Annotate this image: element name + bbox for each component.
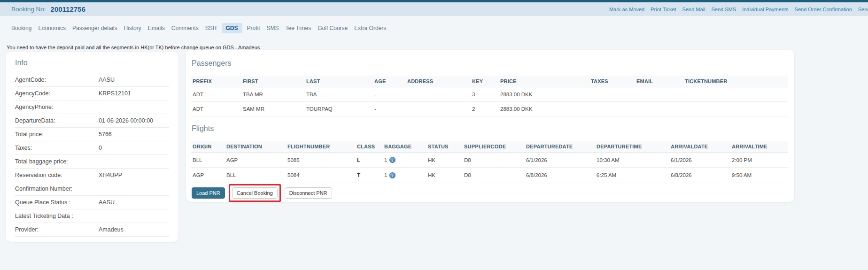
column-header-age: AGE bbox=[372, 76, 405, 87]
cell-class: T bbox=[355, 168, 382, 183]
baggage-info-icon[interactable]: i bbox=[389, 172, 395, 178]
tab-economics[interactable]: Economics bbox=[38, 23, 66, 33]
tab-profit[interactable]: Profit bbox=[247, 23, 260, 33]
cell-last: TBA bbox=[304, 87, 372, 102]
column-header-ticketnumber: TICKETNUMBER bbox=[683, 76, 788, 87]
tab-passenger-details[interactable]: Passenger details bbox=[72, 23, 117, 33]
cell-arrivaldate: 6/8/2026 bbox=[669, 168, 730, 183]
tab-golf-course[interactable]: Golf Course bbox=[318, 23, 348, 33]
cell-arrivaltime: 2:00 PM bbox=[730, 153, 788, 168]
column-header-email: EMAIL bbox=[635, 76, 683, 87]
header-link-mark-as-moved[interactable]: Mark as Moved bbox=[609, 7, 644, 12]
cell-baggage: 1i bbox=[382, 153, 426, 168]
column-header-suppliercode: SUPPLIERCODE bbox=[462, 141, 524, 153]
baggage-info-icon[interactable]: i bbox=[389, 157, 395, 163]
cell-departuredate: 6/8/2026 bbox=[524, 168, 595, 183]
column-header-baggage: BAGGAGE bbox=[382, 141, 426, 153]
info-row-queue-place-status: Queue Place Status :AASU bbox=[15, 196, 169, 209]
info-label: Reservation code: bbox=[15, 172, 62, 178]
cell-suppliercode: D8 bbox=[462, 153, 524, 168]
cell-departuredate: 6/1/2026 bbox=[524, 153, 595, 168]
cell-status: HK bbox=[426, 153, 462, 168]
info-row-total-baggage-price: Total baggage price: bbox=[15, 155, 169, 169]
info-rows: AgentCode:AASUAgencyCode:KRPS12101Agency… bbox=[15, 73, 169, 237]
info-row-departuredata: DepartureData:01-06-2026 00:00:00 bbox=[15, 114, 169, 128]
passengers-row: ADTTBA MRTBA-32883.00 DKK bbox=[191, 87, 788, 102]
info-label: Queue Place Status : bbox=[15, 199, 70, 206]
tab-extra-orders[interactable]: Extra Orders bbox=[354, 23, 386, 33]
cell-destination: BLL bbox=[225, 168, 286, 183]
column-header-flightnumber: FLIGHTNUMBER bbox=[286, 141, 355, 153]
info-value: AASU bbox=[99, 77, 115, 83]
passengers-table: PREFIXFIRSTLASTAGEADDRESSKEYPRICETAXESEM… bbox=[191, 76, 788, 116]
info-label: Latest Ticketing Data : bbox=[15, 213, 73, 219]
info-label: Taxes: bbox=[15, 145, 32, 151]
tab-ssr[interactable]: SSR bbox=[205, 23, 217, 33]
tab-tee-times[interactable]: Tee Times bbox=[286, 23, 311, 33]
cell-price: 2883.00 DKK bbox=[498, 87, 589, 102]
info-label: DepartureData: bbox=[15, 117, 55, 124]
cell-age: - bbox=[372, 87, 405, 102]
flights-section-title: Flights bbox=[192, 123, 789, 134]
tab-sms[interactable]: SMS bbox=[267, 23, 279, 33]
info-row-provider: Provider:Amadeus bbox=[15, 223, 169, 237]
cancel-booking-button[interactable]: Cancel Booking bbox=[232, 187, 278, 199]
column-header-prefix: PREFIX bbox=[191, 76, 241, 87]
cell-destination: AGP bbox=[225, 153, 286, 168]
cell-arrivaldate: 6/1/2026 bbox=[669, 153, 730, 168]
cell-address bbox=[405, 87, 470, 102]
header-link-print-ticket[interactable]: Print Ticket bbox=[651, 7, 676, 12]
tab-comments[interactable]: Comments bbox=[171, 23, 199, 33]
column-header-key: KEY bbox=[470, 76, 498, 87]
cell-email bbox=[635, 87, 683, 102]
info-row-agencycode: AgencyCode:KRPS12101 bbox=[15, 87, 169, 100]
cell-taxes bbox=[589, 87, 635, 102]
cell-baggage: 1i bbox=[382, 168, 426, 183]
column-header-origin: ORIGIN bbox=[191, 141, 225, 153]
info-label: AgentCode: bbox=[15, 77, 46, 83]
header-link-individual-payments[interactable]: Individual Payments bbox=[742, 7, 788, 12]
header-link-send-order-confirmation[interactable]: Send Order Confirmation bbox=[795, 7, 852, 12]
info-row-reservation-code: Reservation code:XH4UPP bbox=[15, 169, 169, 182]
tab-history[interactable]: History bbox=[124, 23, 141, 33]
info-label: Total baggage price: bbox=[15, 158, 68, 165]
cell-taxes bbox=[589, 102, 635, 116]
info-row-taxes: Taxes:0 bbox=[15, 141, 169, 155]
disconnect-pnr-button[interactable]: Disconnect PNR bbox=[285, 187, 332, 199]
column-header-price: PRICE bbox=[498, 76, 589, 87]
tab-emails[interactable]: Emails bbox=[148, 23, 165, 33]
column-header-arrivaltime: ARRIVALTIME bbox=[730, 141, 788, 153]
tab-bar: BookingEconomicsPassenger detailsHistory… bbox=[11, 22, 386, 35]
cell-arrivaltime: 9:50 AM bbox=[730, 168, 788, 183]
header-link-send-sms[interactable]: Send SMS bbox=[712, 7, 736, 12]
cell-ticketnumber bbox=[683, 102, 788, 116]
cell-class: L bbox=[355, 153, 382, 168]
column-header-status: STATUS bbox=[426, 141, 462, 153]
info-row-confirmation-number: Confirmation Number: bbox=[15, 182, 169, 196]
cell-departuretime: 10:30 AM bbox=[595, 153, 669, 168]
header-link-send-mail[interactable]: Send Mail bbox=[682, 7, 705, 12]
header-link-send-hotel-confirmation[interactable]: Send hotel Confirmation bbox=[858, 7, 868, 12]
info-value: XH4UPP bbox=[99, 172, 122, 178]
column-header-departuretime: DEPARTURETIME bbox=[595, 141, 669, 153]
flights-row: BLLAGP5085L1iHKD86/1/202610:30 AM6/1/202… bbox=[191, 153, 788, 168]
booking-no-label: Booking No: bbox=[11, 6, 46, 13]
column-header-arrivaldate: ARRIVALDATE bbox=[669, 141, 730, 153]
info-value: 0 bbox=[99, 145, 102, 151]
annotation-highlight-box: Cancel Booking bbox=[229, 184, 281, 202]
info-label: AgencyCode: bbox=[15, 90, 50, 97]
cell-first: SAM MR bbox=[241, 102, 304, 116]
tab-gds[interactable]: GDS bbox=[222, 23, 242, 33]
cell-prefix: ADT bbox=[191, 87, 241, 102]
column-header-taxes: TAXES bbox=[589, 76, 635, 87]
cell-address bbox=[405, 102, 470, 116]
tab-booking[interactable]: Booking bbox=[11, 23, 31, 33]
load-pnr-button[interactable]: Load PNR bbox=[192, 187, 225, 199]
info-row-latest-ticketing-data: Latest Ticketing Data : bbox=[15, 209, 169, 223]
passengers-row: ADTSAM MRTOURPAQ-22883.00 DKK bbox=[191, 102, 788, 116]
info-row-agentcode: AgentCode:AASU bbox=[15, 73, 169, 87]
cell-status: HK bbox=[426, 168, 462, 183]
cell-origin: BLL bbox=[191, 153, 225, 168]
cell-departuretime: 6:25 AM bbox=[595, 168, 669, 183]
cell-age: - bbox=[372, 102, 405, 116]
